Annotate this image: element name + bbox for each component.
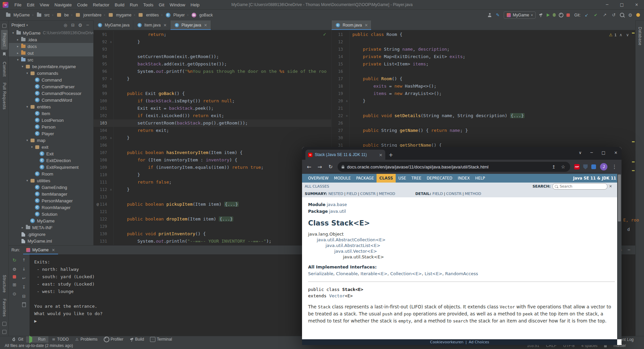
interface-link-randomaccess[interactable]: RandomAccess: [445, 271, 478, 276]
fold-marker[interactable]: [108, 238, 114, 245]
docs-nav-use[interactable]: USE: [396, 174, 409, 183]
menu-build[interactable]: Build: [112, 1, 127, 9]
tab-player.java[interactable]: CPlayer.java×: [170, 20, 211, 30]
fold-marker[interactable]: [108, 119, 114, 127]
tree-item-itemmanager[interactable]: CItemManager: [9, 191, 93, 197]
docs-nav-overview[interactable]: OVERVIEW: [305, 174, 331, 183]
fold-marker[interactable]: [344, 90, 350, 97]
fold-marker[interactable]: [108, 201, 114, 208]
fold-marker[interactable]: ∧: [108, 75, 114, 83]
toolwindow-button-profiler[interactable]: Profiler: [101, 336, 127, 343]
inspection-widget-right[interactable]: ⚠1∧∨: [608, 32, 631, 38]
fold-marker[interactable]: [108, 90, 114, 97]
tree-item-exit[interactable]: ▾exit: [9, 144, 93, 150]
all-classes-link[interactable]: ALL CLASSES: [305, 184, 329, 189]
cookie-link-adchoices[interactable]: Ad Choices: [469, 340, 489, 344]
tree-item-exitdirection[interactable]: CExitDirection: [9, 157, 93, 164]
tree-arrow[interactable]: ▸: [20, 226, 25, 229]
fold-marker[interactable]: [108, 208, 114, 215]
tree-arrow[interactable]: ▾: [25, 71, 30, 75]
tree-item-solution[interactable]: CSolution: [9, 211, 93, 217]
breadcrumb-mygame[interactable]: mygame: [107, 12, 133, 18]
lock-icon[interactable]: [604, 345, 607, 347]
settings-icon[interactable]: ⚙: [627, 12, 633, 18]
up-arrow-icon[interactable]: ↑: [21, 257, 27, 263]
fold-marker[interactable]: [108, 105, 114, 112]
stripe-database[interactable]: Database: [637, 24, 643, 48]
fold-marker[interactable]: [108, 53, 114, 60]
fold-marker[interactable]: ∧: [108, 38, 114, 46]
reload-icon[interactable]: ↻: [328, 164, 334, 170]
tree-item-item[interactable]: CItem: [9, 110, 93, 117]
restore-layout-icon[interactable]: ⊞: [11, 282, 17, 288]
breadcrumb-jorenfabre[interactable]: jorenfabre: [74, 12, 102, 18]
search-input[interactable]: [559, 184, 597, 189]
shield-icon[interactable]: [583, 164, 588, 169]
fold-marker[interactable]: [108, 112, 114, 119]
browser-tab[interactable]: O Stack (Java SE 11 & JDK 11) ×: [305, 150, 385, 160]
tree-item-gameending[interactable]: CGameEnding: [9, 184, 93, 191]
interface-link-serializable[interactable]: Serializable: [308, 271, 333, 276]
breadcrumb-goback[interactable]: mgoBack: [190, 12, 214, 18]
tree-arrow[interactable]: ▸: [15, 45, 20, 48]
fold-marker[interactable]: [344, 119, 350, 127]
warning-stripe-mark[interactable]: [632, 161, 635, 162]
fold-marker[interactable]: ∧: [108, 134, 114, 142]
tree-arrow[interactable]: ▾: [30, 145, 34, 149]
hide-icon[interactable]: ─: [85, 22, 91, 28]
abp-icon[interactable]: ABP: [574, 164, 580, 169]
hide-icon[interactable]: ─: [626, 247, 632, 253]
toolwindow-button-run[interactable]: Run: [26, 336, 48, 343]
warning-stripe-mark[interactable]: [632, 170, 635, 171]
fold-marker[interactable]: [108, 230, 114, 238]
close-tab-icon[interactable]: ×: [379, 152, 383, 157]
profile-avatar[interactable]: J: [600, 163, 607, 170]
inheritance-link[interactable]: java.util.Vector<E>: [334, 249, 377, 254]
browser-menu-icon[interactable]: ⋮: [611, 164, 617, 170]
tree-item-commands[interactable]: ▾commands: [9, 70, 93, 77]
soft-wrap-icon[interactable]: ↩: [21, 275, 27, 281]
chevron-down-icon[interactable]: ∨: [625, 32, 631, 38]
menu-navigate[interactable]: Navigate: [52, 1, 74, 9]
fold-marker[interactable]: [108, 46, 114, 53]
toolwindow-button-problems[interactable]: ⚠Problems: [72, 336, 101, 343]
tree-item-commandparser[interactable]: CCommandParser: [9, 83, 93, 90]
tree-item-utilities[interactable]: ▾utilities: [9, 177, 93, 184]
menu-file[interactable]: File: [12, 1, 24, 9]
tree-item-src[interactable]: ▾src: [9, 56, 93, 63]
locate-icon[interactable]: ◎: [62, 22, 68, 28]
fold-marker[interactable]: [344, 75, 350, 83]
minimize-icon[interactable]: ─: [600, 0, 614, 9]
menu-window[interactable]: Window: [167, 1, 188, 9]
tree-arrow[interactable]: ▾: [25, 139, 30, 142]
code-area-player[interactable]: 91 return;92∧ }9394 setCurrentRoom(exit.…: [94, 30, 331, 245]
pin-icon[interactable]: ⊙: [11, 291, 17, 297]
stripe-project[interactable]: Project: [1, 30, 8, 50]
tree-item-docs[interactable]: ▸docs: [9, 43, 93, 50]
profiler-icon[interactable]: [559, 13, 563, 17]
stripe-commit[interactable]: Commit: [1, 59, 8, 80]
module-link[interactable]: java.base: [327, 202, 347, 207]
interface-link-list[interactable]: List<E>: [425, 271, 442, 276]
tree-arrow[interactable]: ▾: [25, 105, 30, 108]
menu-help[interactable]: Help: [188, 1, 202, 9]
docs-nav-deprecated[interactable]: DEPRECATED: [424, 174, 455, 183]
tool-stripe-icon[interactable]: [2, 330, 6, 334]
package-link[interactable]: java.util: [329, 209, 346, 214]
git-push-icon[interactable]: ↗: [602, 12, 608, 18]
tab-mygame.java[interactable]: CMyGame.java: [94, 20, 133, 30]
settings-icon[interactable]: ⚙: [77, 22, 83, 28]
tree-item-meta-inf[interactable]: ▸META-INF: [9, 224, 93, 231]
search-box[interactable]: [552, 183, 607, 190]
tree-item-lostperson[interactable]: CLostPerson: [9, 117, 93, 123]
inheritance-link[interactable]: java.util.AbstractCollection<E>: [317, 237, 386, 242]
fold-marker[interactable]: [108, 149, 114, 156]
close-tab-icon[interactable]: ×: [163, 23, 167, 28]
tree-item-commandprocessor[interactable]: CCommandProcessor: [9, 90, 93, 97]
update-indicator-icon[interactable]: [636, 13, 640, 17]
fold-marker[interactable]: [108, 68, 114, 75]
fold-marker[interactable]: [108, 97, 114, 105]
fold-marker[interactable]: +: [344, 112, 350, 119]
fold-marker[interactable]: [344, 68, 350, 75]
menu-edit[interactable]: Edit: [24, 1, 37, 9]
